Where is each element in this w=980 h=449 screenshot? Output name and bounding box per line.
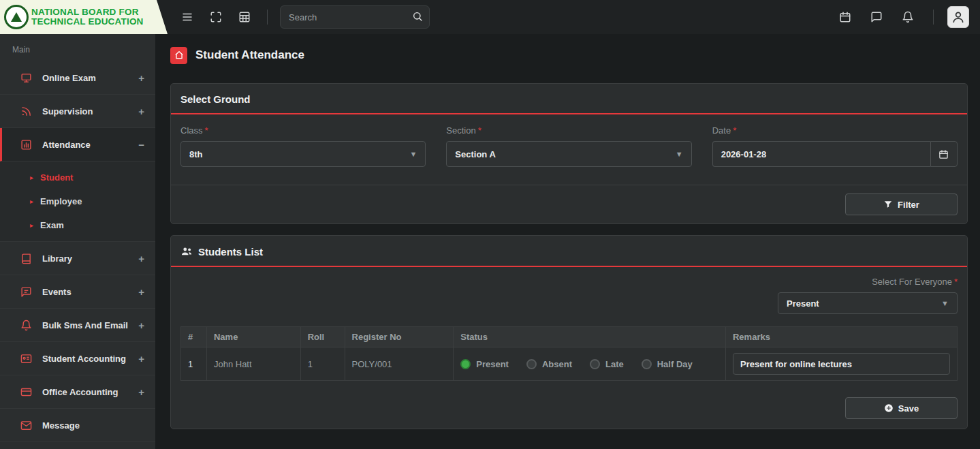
apps-grid-button[interactable] [233, 5, 256, 29]
bell-icon [902, 11, 914, 23]
app-window: NATIONAL BOARD FOR TECHNICAL EDUCATION [0, 0, 980, 449]
select-ground-header: Select Ground [171, 84, 967, 114]
header-roll: Roll [300, 327, 345, 347]
select-for-everyone-value: Present [787, 298, 819, 309]
radio-label: Present [476, 359, 509, 369]
radio-present[interactable]: Present [460, 359, 509, 369]
calendar-icon [839, 11, 851, 23]
sidebar-item-events[interactable]: Events + [0, 275, 155, 309]
select-ground-title: Select Ground [180, 93, 251, 105]
cell-name: John Hatt [206, 347, 300, 381]
chevron-down-icon: ▼ [941, 299, 949, 307]
chevron-down-icon: ▼ [676, 150, 683, 158]
cell-register-no: POLY/001 [345, 347, 454, 381]
section-label: Section* [446, 125, 691, 136]
sidebar-item-attendance[interactable]: Attendance − [0, 128, 155, 161]
section-select-value: Section A [455, 149, 495, 159]
global-search [280, 5, 430, 29]
select-for-everyone-label: Select For Everyone* [872, 277, 958, 287]
cell-num: 1 [181, 347, 207, 381]
radio-late[interactable]: Late [590, 359, 624, 369]
bell-icon [20, 320, 33, 331]
radio-label: Half Day [657, 359, 693, 369]
fullscreen-button[interactable] [204, 5, 227, 29]
sidebar-subitem-label: Exam [40, 220, 64, 230]
header-register-no: Register No [345, 327, 454, 347]
main-content: Student Attendance Select Ground Class* … [155, 34, 980, 449]
search-icon[interactable] [412, 11, 423, 25]
calendar-icon [938, 149, 949, 159]
select-for-everyone: Select For Everyone* Present ▼ [180, 277, 958, 314]
sidebar-item-online-exam[interactable]: Online Exam + [0, 61, 155, 95]
sidebar: Main Online Exam + Supervision + Attenda… [0, 34, 155, 449]
brand-emblem-icon [4, 5, 29, 29]
filter-button[interactable]: Filter [845, 193, 958, 215]
section-select[interactable]: Section A ▼ [446, 141, 691, 167]
cell-roll: 1 [300, 347, 345, 381]
sidebar-subitem-student[interactable]: ▸ Student [0, 166, 155, 189]
section-field: Section* Section A ▼ [446, 125, 691, 167]
envelope-icon [20, 420, 33, 431]
chat-icon [870, 11, 883, 23]
select-for-everyone-select[interactable]: Present ▼ [778, 292, 958, 314]
chat-bubble-icon [20, 286, 33, 298]
sidebar-item-supervision[interactable]: Supervision + [0, 95, 155, 128]
topbar-left-icons [168, 5, 273, 29]
sidebar-item-label: Message [42, 420, 135, 431]
save-button[interactable]: Save [845, 397, 958, 419]
sidebar-item-label: Events [42, 287, 129, 297]
remarks-input[interactable] [733, 353, 950, 375]
rss-icon [20, 106, 33, 117]
radio-checked-icon [460, 359, 471, 369]
funnel-icon [883, 200, 893, 209]
students-list-header: Students List [171, 236, 967, 267]
sidebar-item-label: Office Accounting [42, 387, 129, 397]
class-label: Class* [180, 125, 426, 136]
collapse-minus-icon: − [138, 139, 144, 151]
expand-plus-icon: + [138, 353, 144, 365]
sidebar-section-label: Main [0, 34, 155, 61]
date-field: Date* [712, 125, 958, 167]
cell-remarks [725, 347, 957, 381]
radio-unchecked-icon [590, 359, 600, 369]
required-asterisk: * [478, 125, 481, 136]
radio-half-day[interactable]: Half Day [642, 359, 693, 369]
expand-plus-icon: + [138, 286, 144, 298]
brand-line2: TECHNICAL EDUCATION [31, 17, 144, 27]
table-grid-icon [238, 11, 251, 23]
sidebar-subitem-exam[interactable]: ▸ Exam [0, 213, 155, 237]
sidebar-item-office-accounting[interactable]: Office Accounting + [0, 375, 155, 409]
students-body: Select For Everyone* Present ▼ # Name Ro… [171, 267, 967, 388]
class-field: Class* 8th ▼ [180, 125, 426, 167]
home-button[interactable] [170, 47, 187, 64]
expand-plus-icon: + [138, 106, 144, 117]
students-list-title: Students List [198, 246, 263, 258]
home-icon [174, 50, 184, 60]
status-radio-group: Present Absent Late [460, 359, 718, 369]
class-select[interactable]: 8th ▼ [180, 141, 426, 167]
date-picker-button[interactable] [930, 141, 958, 167]
date-label: Date* [712, 125, 958, 136]
sidebar-subitem-label: Student [40, 172, 73, 183]
brand-name: NATIONAL BOARD FOR TECHNICAL EDUCATION [31, 7, 144, 27]
sidebar-item-message[interactable]: Message [0, 409, 155, 442]
date-input[interactable] [712, 141, 930, 167]
calendar-button[interactable] [834, 5, 857, 29]
sidebar-item-bulk-sms-email[interactable]: Bulk Sms And Email + [0, 309, 155, 342]
sidebar-toggle-button[interactable] [176, 5, 199, 29]
sidebar-item-library[interactable]: Library + [0, 242, 155, 275]
sidebar-item-label: Attendance [42, 140, 129, 150]
brand-logo[interactable]: NATIONAL BOARD FOR TECHNICAL EDUCATION [0, 0, 168, 34]
sidebar-subitem-employee[interactable]: ▸ Employee [0, 189, 155, 213]
sidebar-item-student-accounting[interactable]: Student Accounting + [0, 342, 155, 375]
radio-absent[interactable]: Absent [526, 359, 572, 369]
radio-label: Absent [542, 359, 572, 369]
sidebar-item-label: Supervision [42, 106, 129, 117]
messages-button[interactable] [865, 5, 888, 29]
plus-circle-icon [884, 403, 894, 413]
notifications-button[interactable] [896, 5, 919, 29]
user-avatar-button[interactable] [947, 6, 969, 28]
save-row: Save [171, 388, 967, 429]
fullscreen-icon [210, 11, 222, 23]
search-input[interactable] [280, 5, 430, 29]
